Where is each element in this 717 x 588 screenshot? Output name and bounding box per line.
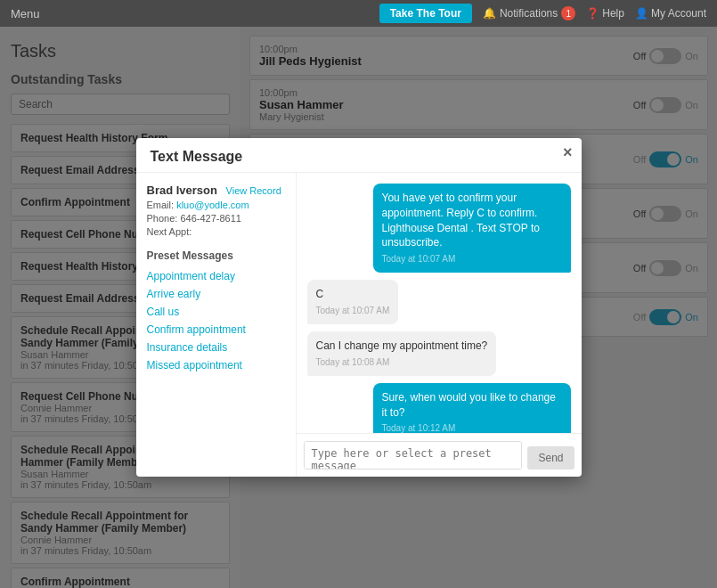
notifications-label: Notifications bbox=[500, 7, 558, 20]
header-right: Take The Tour 🔔 Notifications 1 ❓ Help 👤… bbox=[379, 4, 706, 23]
patient-name: Brad Iverson bbox=[147, 184, 217, 197]
chat-input-area: Send bbox=[297, 433, 582, 477]
email-value[interactable]: kluo@yodle.com bbox=[176, 200, 249, 210]
message-text: Sure, when would you like to change it t… bbox=[382, 390, 562, 421]
modal-title: Text Message bbox=[136, 138, 582, 173]
patient-name-row: Brad Iverson View Record bbox=[147, 184, 285, 197]
account-button[interactable]: 👤 My Account bbox=[635, 7, 706, 20]
modal-overlay: × Text Message Brad Iverson View Record … bbox=[0, 27, 717, 588]
modal-body: Brad Iverson View Record Email: kluo@yod… bbox=[136, 173, 582, 477]
patient-next-appt: Next Appt: bbox=[147, 226, 285, 237]
app-header: Menu Take The Tour 🔔 Notifications 1 ❓ H… bbox=[0, 0, 717, 27]
main-content: Tasks Outstanding Tasks Request Health H… bbox=[0, 27, 717, 588]
email-label: Email: bbox=[147, 200, 175, 210]
help-label: Help bbox=[602, 7, 624, 20]
phone-label: Phone: bbox=[147, 213, 178, 224]
patient-phone: Phone: 646-427-8611 bbox=[147, 213, 285, 224]
preset-item[interactable]: Confirm appointment bbox=[147, 321, 285, 339]
view-record-link[interactable]: View Record bbox=[226, 185, 281, 196]
notifications-button[interactable]: 🔔 Notifications 1 bbox=[483, 6, 575, 20]
message-time: Today at 10:12 AM bbox=[382, 422, 562, 433]
text-message-modal: × Text Message Brad Iverson View Record … bbox=[136, 138, 582, 477]
header-left: Menu bbox=[11, 7, 40, 20]
chat-input[interactable] bbox=[304, 441, 523, 470]
phone-value: 646-427-8611 bbox=[180, 213, 241, 224]
preset-item[interactable]: Arrive early bbox=[147, 285, 285, 303]
message-time: Today at 10:07 AM bbox=[382, 253, 562, 265]
user-icon: 👤 bbox=[635, 7, 648, 20]
tour-button[interactable]: Take The Tour bbox=[379, 4, 472, 23]
message-text: Can I change my appointment time? bbox=[316, 339, 488, 354]
send-button[interactable]: Send bbox=[527, 446, 574, 470]
account-label: My Account bbox=[651, 7, 706, 20]
preset-messages-header: Preset Messages bbox=[147, 249, 285, 262]
patient-email: Email: kluo@yodle.com bbox=[147, 200, 285, 210]
message-text: You have yet to confirm your appointment… bbox=[382, 191, 562, 250]
message-text: C bbox=[316, 287, 390, 302]
chat-message-received: Can I change my appointment time?Today a… bbox=[307, 331, 497, 376]
preset-list: Appointment delayArrive earlyCall usConf… bbox=[147, 267, 285, 374]
preset-item[interactable]: Appointment delay bbox=[147, 267, 285, 285]
message-time: Today at 10:08 AM bbox=[316, 356, 488, 369]
preset-item[interactable]: Insurance details bbox=[147, 339, 285, 356]
menu-button[interactable]: Menu bbox=[11, 7, 40, 20]
modal-patient-info: Brad Iverson View Record Email: kluo@yod… bbox=[136, 173, 297, 477]
help-icon: ❓ bbox=[586, 7, 599, 20]
chat-messages: You have yet to confirm your appointment… bbox=[297, 173, 582, 433]
modal-close-button[interactable]: × bbox=[563, 143, 573, 162]
next-appt-label: Next Appt: bbox=[147, 226, 192, 237]
modal-chat: You have yet to confirm your appointment… bbox=[297, 173, 582, 477]
help-button[interactable]: ❓ Help bbox=[586, 7, 624, 20]
bell-icon: 🔔 bbox=[483, 7, 496, 20]
preset-item[interactable]: Missed appointment bbox=[147, 356, 285, 374]
notifications-badge: 1 bbox=[561, 6, 575, 20]
chat-message-sent: Sure, when would you like to change it t… bbox=[373, 383, 571, 433]
chat-message-received: CToday at 10:07 AM bbox=[307, 280, 399, 324]
preset-item[interactable]: Call us bbox=[147, 303, 285, 321]
message-time: Today at 10:07 AM bbox=[316, 305, 390, 317]
chat-message-sent: You have yet to confirm your appointment… bbox=[373, 184, 571, 273]
